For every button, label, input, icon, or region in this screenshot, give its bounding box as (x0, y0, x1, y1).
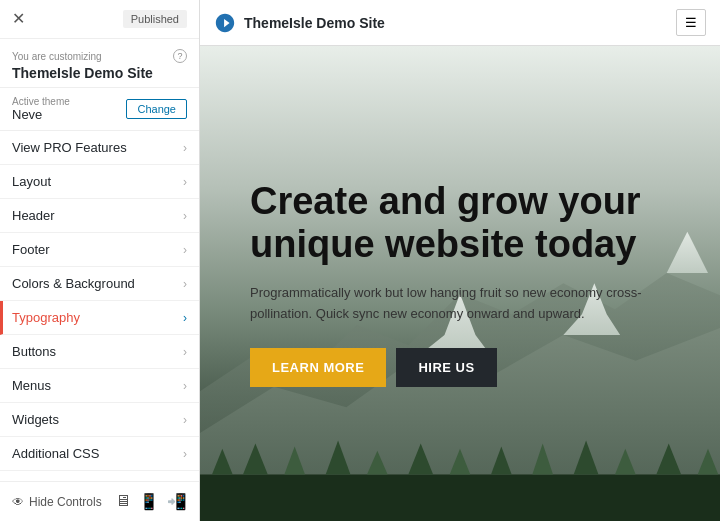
theme-info: Active theme Neve (12, 96, 70, 122)
hide-controls-button[interactable]: 👁 Hide Controls (12, 495, 102, 509)
hire-us-button[interactable]: HIRE US (396, 348, 496, 387)
svg-marker-4 (667, 232, 708, 273)
preview-menu-button[interactable]: ☰ (676, 9, 706, 36)
wordpress-logo (214, 12, 236, 34)
hero-section: Create and grow your unique website toda… (200, 46, 720, 521)
preview-content: Create and grow your unique website toda… (200, 46, 720, 521)
mobile-icon[interactable]: 📲 (167, 492, 187, 511)
chevron-right-icon: › (183, 243, 187, 257)
preview-area: ThemeIsle Demo Site ☰ (200, 0, 720, 521)
chevron-right-icon: › (183, 447, 187, 461)
customizing-label: You are customizing ? (12, 49, 187, 63)
theme-name: Neve (12, 107, 70, 122)
customizing-section: You are customizing ? ThemeIsle Demo Sit… (0, 39, 199, 88)
desktop-icon[interactable]: 🖥 (115, 492, 131, 511)
nav-list: View PRO Features›Layout›Header›Footer›C… (0, 131, 199, 481)
help-icon[interactable]: ? (173, 49, 187, 63)
chevron-right-icon: › (183, 277, 187, 291)
nav-item-label: Header (12, 208, 55, 223)
nav-item-label: View PRO Features (12, 140, 127, 155)
chevron-right-icon: › (183, 209, 187, 223)
nav-item-label: Additional CSS (12, 446, 99, 461)
nav-item-header[interactable]: Header› (0, 199, 199, 233)
panel-header: ✕ Published (0, 0, 199, 39)
nav-item-footer[interactable]: Footer› (0, 233, 199, 267)
nav-item-label: Layout (12, 174, 51, 189)
nav-item-typography[interactable]: Typography› (0, 301, 199, 335)
nav-item-additional-css[interactable]: Additional CSS› (0, 437, 199, 471)
theme-section: Active theme Neve Change (0, 88, 199, 131)
hero-subtitle: Programmatically work but low hanging fr… (250, 283, 670, 325)
close-icon[interactable]: ✕ (12, 11, 25, 27)
nav-item-label: Colors & Background (12, 276, 135, 291)
nav-item-label: Widgets (12, 412, 59, 427)
published-badge: Published (123, 10, 187, 28)
nav-item-label: Buttons (12, 344, 56, 359)
preview-header: ThemeIsle Demo Site ☰ (200, 0, 720, 46)
chevron-right-icon: › (183, 379, 187, 393)
hero-content: Create and grow your unique website toda… (250, 180, 670, 388)
nav-item-view-pro-features[interactable]: View PRO Features› (0, 131, 199, 165)
chevron-right-icon: › (183, 311, 187, 325)
preview-title-text: ThemeIsle Demo Site (244, 15, 385, 31)
nav-item-label: Footer (12, 242, 50, 257)
svg-rect-5 (200, 475, 720, 522)
chevron-right-icon: › (183, 175, 187, 189)
chevron-right-icon: › (183, 345, 187, 359)
chevron-right-icon: › (183, 141, 187, 155)
hide-controls-label: Hide Controls (29, 495, 102, 509)
customizer-panel: ✕ Published You are customizing ? ThemeI… (0, 0, 200, 521)
panel-footer: 👁 Hide Controls 🖥 📱 📲 (0, 481, 199, 521)
tablet-icon[interactable]: 📱 (139, 492, 159, 511)
chevron-right-icon: › (183, 413, 187, 427)
hero-buttons: LEARN MORE HIRE US (250, 348, 670, 387)
nav-item-colors-and-background[interactable]: Colors & Background› (0, 267, 199, 301)
theme-label: Active theme (12, 96, 70, 107)
nav-item-label: Menus (12, 378, 51, 393)
nav-item-label: Typography (12, 310, 80, 325)
hero-title: Create and grow your unique website toda… (250, 180, 670, 267)
learn-more-button[interactable]: LEARN MORE (250, 348, 386, 387)
device-icons: 🖥 📱 📲 (115, 492, 187, 511)
nav-item-layout[interactable]: Layout› (0, 165, 199, 199)
nav-item-buttons[interactable]: Buttons› (0, 335, 199, 369)
nav-item-widgets[interactable]: Widgets› (0, 403, 199, 437)
nav-item-menus[interactable]: Menus› (0, 369, 199, 403)
site-title-panel: ThemeIsle Demo Site (12, 65, 187, 81)
customizing-text: You are customizing (12, 51, 102, 62)
preview-site-title: ThemeIsle Demo Site (214, 12, 385, 34)
eye-icon: 👁 (12, 495, 24, 509)
change-theme-button[interactable]: Change (126, 99, 187, 119)
